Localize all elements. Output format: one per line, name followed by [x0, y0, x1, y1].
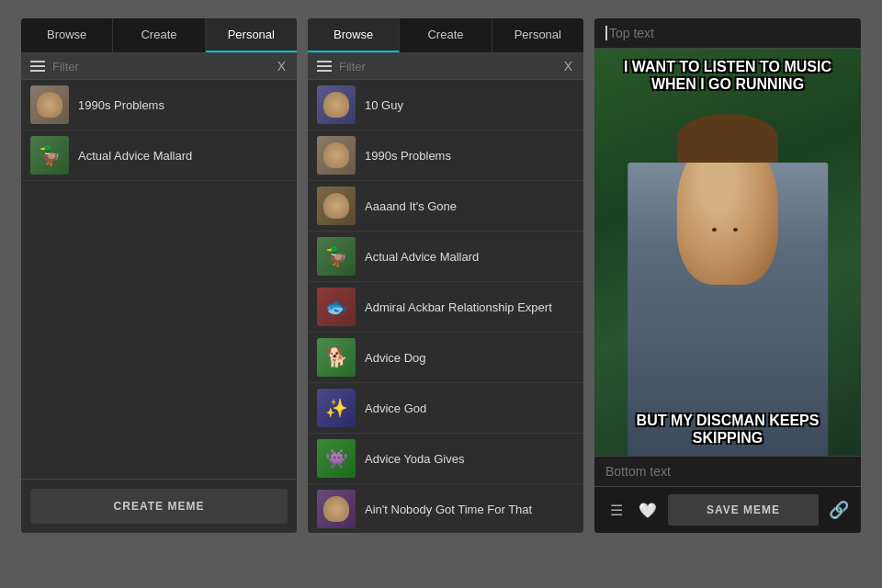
middle-panel: Browse Create Personal X 10 Guy 1990s: [308, 18, 583, 533]
middle-tab-browse[interactable]: Browse: [308, 18, 400, 52]
item-thumb: 🦆: [30, 136, 69, 175]
item-thumb: 🦆: [317, 237, 356, 276]
cursor-indicator: [605, 26, 607, 40]
list-item[interactable]: ✨ Advice God: [308, 383, 583, 434]
list-item[interactable]: Ain't Nobody Got Time For That: [308, 484, 583, 533]
item-label: 1990s Problems: [78, 98, 164, 112]
middle-filter-input[interactable]: [339, 60, 555, 74]
action-icons-left: ☰ 🤍: [604, 497, 661, 523]
item-thumb: 👾: [317, 439, 356, 478]
item-label: Advice Dog: [365, 351, 425, 365]
item-label: Advice Yoda Gives: [365, 452, 464, 466]
item-label: 1990s Problems: [365, 149, 451, 163]
item-thumb: [317, 187, 356, 225]
list-item[interactable]: 🦆 Actual Advice Mallard: [308, 232, 583, 282]
item-thumb: ✨: [317, 389, 356, 427]
middle-search-bar: X: [308, 53, 583, 80]
middle-clear-button[interactable]: X: [560, 59, 576, 74]
left-list-area: 1990s Problems 🦆 Actual Advice Mallard: [21, 80, 297, 479]
middle-list-area: 10 Guy 1990s Problems Aaaand It's Gone 🦆…: [308, 80, 583, 533]
item-label: Admiral Ackbar Relationship Expert: [365, 300, 552, 314]
item-label: Actual Advice Mallard: [78, 149, 192, 163]
item-thumb: [317, 490, 356, 528]
item-label: Aaaand It's Gone: [365, 199, 457, 213]
list-item[interactable]: 🦆 Actual Advice Mallard: [21, 130, 297, 181]
item-label: 10 Guy: [365, 98, 403, 112]
list-item[interactable]: 👾 Advice Yoda Gives: [308, 434, 583, 484]
right-panel: I WANT TO LISTEN TO MUSIC WHEN I GO RUNN…: [594, 18, 861, 533]
heart-icon[interactable]: 🤍: [635, 497, 661, 523]
meme-bottom-text: BUT MY DISCMAN KEEPS SKIPPING: [594, 412, 861, 447]
left-tab-browse[interactable]: Browse: [21, 18, 113, 52]
left-tab-bar: Browse Create Personal: [21, 18, 297, 53]
meme-canvas: I WANT TO LISTEN TO MUSIC WHEN I GO RUNN…: [594, 49, 861, 456]
item-thumb: 🐕: [317, 338, 356, 377]
middle-hamburger-icon[interactable]: [315, 59, 334, 74]
menu-icon[interactable]: ☰: [604, 497, 629, 523]
item-label: Advice God: [365, 401, 426, 415]
left-tab-create[interactable]: Create: [113, 18, 205, 52]
item-thumb: [317, 136, 356, 175]
list-item[interactable]: 10 Guy: [308, 80, 583, 130]
meme-image: I WANT TO LISTEN TO MUSIC WHEN I GO RUNN…: [594, 49, 861, 456]
left-panel: Browse Create Personal X 1990s Problems …: [21, 18, 297, 533]
item-thumb: 🐟: [317, 288, 356, 326]
left-tab-personal[interactable]: Personal: [206, 18, 297, 52]
list-item[interactable]: 1990s Problems: [21, 80, 297, 130]
action-bar: ☰ 🤍 SAVE MEME 🔗: [594, 486, 861, 533]
bottom-text-input[interactable]: [605, 464, 850, 479]
item-thumb: [317, 85, 356, 124]
middle-tab-create[interactable]: Create: [400, 18, 492, 52]
item-label: Ain't Nobody Got Time For That: [365, 503, 532, 516]
left-search-bar: X: [21, 53, 297, 80]
left-clear-button[interactable]: X: [274, 59, 289, 74]
item-thumb: [30, 85, 69, 124]
top-text-bar: [594, 18, 861, 49]
middle-tab-personal[interactable]: Personal: [492, 18, 583, 52]
meme-top-text: I WANT TO LISTEN TO MUSIC WHEN I GO RUNN…: [594, 58, 861, 93]
bottom-text-bar: [594, 456, 861, 486]
list-item[interactable]: 🐟 Admiral Ackbar Relationship Expert: [308, 282, 583, 333]
left-filter-input[interactable]: [52, 60, 268, 74]
middle-tab-bar: Browse Create Personal: [308, 18, 583, 53]
top-text-input[interactable]: [609, 26, 850, 40]
left-create-btn-area: CREATE MEME: [21, 479, 297, 533]
save-meme-button[interactable]: SAVE MEME: [668, 494, 819, 526]
app-container: Browse Create Personal X 1990s Problems …: [0, 0, 882, 588]
list-item[interactable]: 1990s Problems: [308, 130, 583, 181]
list-item[interactable]: 🐕 Advice Dog: [308, 333, 583, 383]
left-hamburger-icon[interactable]: [28, 59, 47, 74]
share-icon[interactable]: 🔗: [826, 497, 852, 523]
list-item[interactable]: Aaaand It's Gone: [308, 181, 583, 232]
item-label: Actual Advice Mallard: [365, 250, 479, 264]
create-meme-button[interactable]: CREATE MEME: [30, 489, 288, 524]
